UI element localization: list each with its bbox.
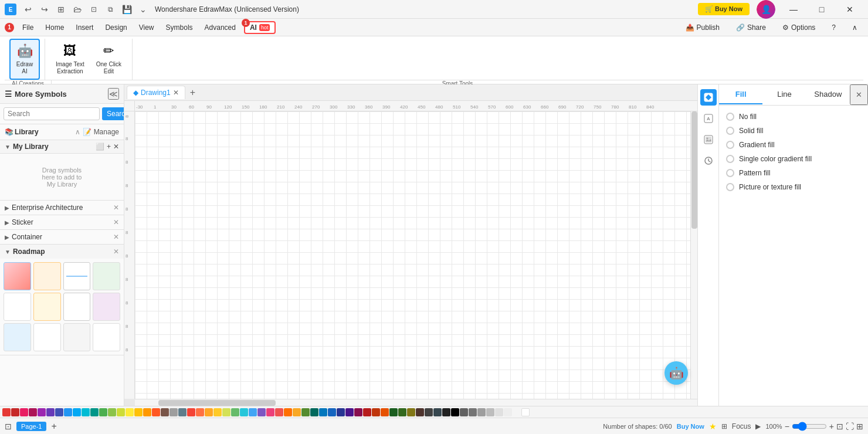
tab-line[interactable]: Line [762, 85, 806, 104]
roadmap-template-6[interactable] [33, 293, 61, 321]
zoom-slider[interactable] [792, 422, 827, 431]
color-swatch[interactable] [266, 408, 274, 416]
undo-button[interactable]: ↩ [21, 2, 35, 16]
roadmap-template-11[interactable] [63, 323, 91, 351]
fit-to-screen-button[interactable]: ⊡ [836, 422, 843, 431]
zoom-in-button[interactable]: + [829, 422, 834, 431]
zoom-out-button[interactable]: − [785, 422, 789, 431]
more-quick-button[interactable]: ⌄ [136, 2, 150, 16]
fill-panel-button[interactable] [700, 89, 717, 106]
add-library-button[interactable]: + [107, 143, 111, 151]
fit-button[interactable]: ⊡ [87, 2, 101, 16]
no-fill-option[interactable]: No fill [726, 113, 861, 121]
image-panel-button[interactable] [700, 131, 717, 148]
color-swatch[interactable] [504, 408, 512, 416]
image-text-extraction-button[interactable]: 🖼 Image TextExtraction [50, 39, 90, 80]
color-swatch[interactable] [38, 408, 46, 416]
color-swatch[interactable] [205, 408, 213, 416]
color-swatch[interactable] [55, 408, 63, 416]
menu-insert[interactable]: Insert [70, 21, 99, 34]
roadmap-template-7[interactable] [63, 293, 91, 321]
color-swatch[interactable] [407, 408, 415, 416]
color-swatch[interactable] [2, 408, 11, 416]
color-swatch[interactable] [169, 408, 178, 416]
menu-file[interactable]: File [16, 21, 39, 34]
color-swatch[interactable] [372, 408, 380, 416]
solid-fill-radio[interactable] [726, 127, 734, 135]
color-swatch[interactable] [398, 408, 406, 416]
color-swatch[interactable] [495, 408, 503, 416]
roadmap-template-10[interactable] [33, 323, 61, 351]
color-swatch[interactable] [126, 408, 134, 416]
color-swatch[interactable] [64, 408, 72, 416]
color-swatch[interactable] [46, 408, 55, 416]
solid-fill-option[interactable]: Solid fill [726, 127, 861, 135]
play-button[interactable]: ▶ [755, 422, 761, 430]
color-swatch[interactable] [293, 408, 301, 416]
pattern-fill-radio[interactable] [726, 169, 734, 177]
single-color-fill-radio[interactable] [726, 155, 734, 163]
expand-button[interactable]: ⊞ [856, 422, 863, 431]
fullscreen-button[interactable]: ⛶ [846, 422, 854, 431]
publish-button[interactable]: 📤 Publish [680, 21, 725, 34]
color-swatch[interactable] [363, 408, 371, 416]
gradient-fill-radio[interactable] [726, 141, 734, 149]
roadmap-template-4[interactable] [93, 262, 120, 290]
add-tab-button[interactable]: + [185, 87, 200, 98]
search-button[interactable]: Search [102, 107, 124, 120]
one-click-edit-button[interactable]: ✏ One ClickEdit [90, 39, 127, 80]
buy-now-button[interactable]: 🛒 Buy Now [698, 3, 750, 15]
color-swatch[interactable] [196, 408, 204, 416]
picture-fill-option[interactable]: Picture or texture fill [726, 183, 861, 191]
share-button[interactable]: 🔗 Share [730, 21, 772, 34]
redo-button[interactable]: ↪ [38, 2, 52, 16]
color-swatch[interactable] [240, 408, 248, 416]
roadmap-template-12[interactable] [93, 323, 120, 351]
add-page-button[interactable]: + [51, 421, 56, 432]
color-swatch[interactable] [442, 408, 450, 416]
canvas-container[interactable]: -30 1 30 60 90 120 150 180 210 240 270 3… [124, 101, 697, 399]
menu-home[interactable]: Home [39, 21, 70, 34]
manage-library-button[interactable]: 📝 Manage [83, 128, 119, 136]
horizontal-scrollbar[interactable] [135, 399, 697, 406]
menu-design[interactable]: Design [99, 21, 133, 34]
sidebar-item-sticker[interactable]: ▶ Sticker ✕ [0, 215, 124, 230]
close-container-icon[interactable]: ✕ [113, 233, 119, 241]
roadmap-template-3[interactable] [63, 262, 91, 290]
color-swatch[interactable] [187, 408, 195, 416]
vertical-scrollbar[interactable] [690, 111, 697, 399]
color-swatch[interactable] [521, 408, 530, 416]
color-swatch[interactable] [337, 408, 345, 416]
color-swatch[interactable] [354, 408, 362, 416]
close-tab-button[interactable]: ✕ [173, 89, 179, 97]
pattern-fill-option[interactable]: Pattern fill [726, 169, 861, 177]
sidebar-item-container[interactable]: ▶ Container ✕ [0, 230, 124, 245]
color-swatch[interactable] [249, 408, 257, 416]
color-swatch[interactable] [82, 408, 90, 416]
help-button[interactable]: ? [826, 21, 842, 34]
color-swatch[interactable] [257, 408, 266, 416]
color-swatch[interactable] [469, 408, 477, 416]
ai-tab[interactable]: 1 AI hot [244, 21, 276, 34]
minimize-button[interactable]: — [780, 0, 807, 19]
color-swatch[interactable] [513, 408, 521, 416]
color-swatch[interactable] [20, 408, 28, 416]
color-swatch[interactable] [284, 408, 292, 416]
color-swatch[interactable] [301, 408, 310, 416]
color-swatch[interactable] [231, 408, 239, 416]
history-panel-button[interactable] [700, 152, 717, 169]
tab-fill[interactable]: Fill [719, 85, 762, 104]
picture-fill-radio[interactable] [726, 183, 734, 191]
new-window-button[interactable]: ⊞ [54, 2, 68, 16]
color-swatch[interactable] [161, 408, 169, 416]
close-sticker-icon[interactable]: ✕ [113, 218, 119, 226]
color-swatch[interactable] [222, 408, 230, 416]
split-button[interactable]: ⧉ [103, 2, 117, 16]
page-border-button[interactable]: ⊡ [5, 422, 12, 431]
color-swatch[interactable] [73, 408, 81, 416]
no-fill-radio[interactable] [726, 113, 734, 121]
layers-button[interactable]: ⊞ [721, 422, 727, 430]
maximize-button[interactable]: □ [808, 0, 835, 19]
menu-symbols[interactable]: Symbols [160, 21, 199, 34]
menu-view[interactable]: View [133, 21, 160, 34]
